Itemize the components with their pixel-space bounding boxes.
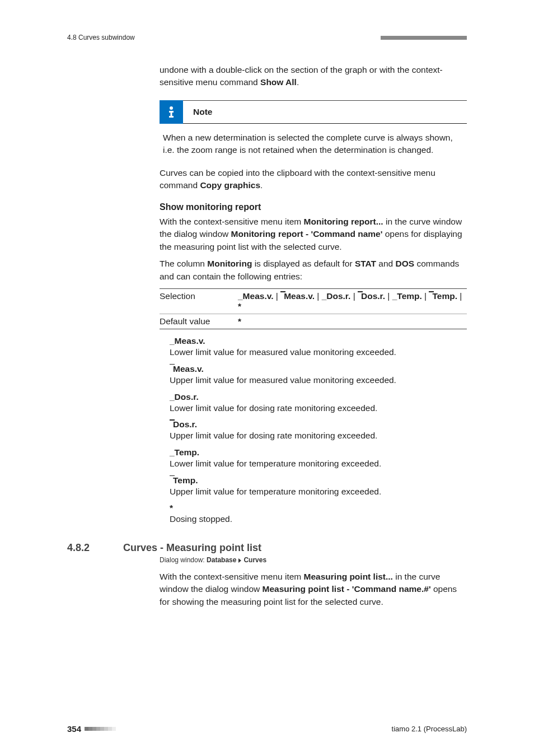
entry-description: Upper limit value for temperature monito…	[170, 486, 467, 498]
selection-option: _Dos.r.	[322, 291, 351, 301]
section-heading: Show monitoring report	[160, 202, 467, 212]
entry-description: Upper limit value for measured value mon…	[170, 374, 467, 386]
header-ornament	[381, 36, 467, 40]
note-title: Note	[193, 107, 212, 117]
paragraph: undone with a double-click on the sectio…	[160, 64, 467, 89]
entry-term: _Temp.	[170, 447, 467, 458]
list-item: Dos.r.Upper limit value for dosing rate …	[170, 419, 467, 442]
dialog-name: Monitoring report - 'Command name'	[231, 229, 383, 239]
command-name: Show All	[260, 77, 297, 87]
page-number: 354	[67, 724, 81, 734]
page-footer: 354 tiamo 2.1 (ProcessLab)	[67, 724, 467, 734]
heading-title: Curves - Measuring point list	[123, 542, 261, 554]
svg-rect-3	[169, 116, 174, 118]
table-value: *	[238, 314, 467, 329]
selection-option: _Temp.	[392, 291, 422, 301]
text: The column	[160, 259, 207, 268]
footer-right: tiamo 2.1 (ProcessLab)	[392, 725, 467, 733]
text: .	[297, 77, 299, 87]
entry-description: Lower limit value for dosing rate monito…	[170, 402, 467, 414]
selection-table: Selection _Meas.v. | Meas.v. | _Dos.r. |…	[160, 288, 467, 329]
paragraph: Curves can be copied into the clipboard …	[160, 167, 467, 192]
selection-option: _Meas.v.	[238, 291, 273, 301]
note-box: Note When a new determination is selecte…	[160, 100, 467, 157]
selection-option: Meas.v.	[280, 291, 315, 301]
command-name: STAT	[355, 259, 376, 268]
paragraph: The column Monitoring is displayed as de…	[160, 258, 467, 283]
path-part: Database	[207, 556, 236, 564]
table-key: Default value	[160, 314, 238, 329]
paragraph: With the context-sensitive menu item Mon…	[160, 216, 467, 253]
text: .	[260, 180, 263, 190]
list-item: _Meas.v.Lower limit value for measured v…	[170, 336, 467, 358]
list-item: _Temp.Lower limit value for temperature …	[170, 447, 467, 470]
footer-ornament	[85, 727, 116, 731]
note-body: When a new determination is selected the…	[160, 132, 467, 157]
page-header: 4.8 Curves subwindow	[67, 34, 467, 41]
table-row: Selection _Meas.v. | Meas.v. | _Dos.r. |…	[160, 289, 467, 314]
list-item: Meas.v.Upper limit value for measured va…	[170, 364, 467, 386]
entry-term: Dos.r.	[170, 419, 467, 430]
entry-description: Lower limit value for measured value mon…	[170, 346, 467, 358]
entry-term: *	[170, 503, 467, 513]
selection-option: Temp.	[429, 291, 457, 301]
text: With the context-sensitive menu item	[160, 217, 304, 226]
main-content: undone with a double-click on the sectio…	[160, 64, 467, 525]
header-left: 4.8 Curves subwindow	[67, 34, 135, 41]
dialog-name: Measuring point list - 'Command name.#'	[263, 584, 431, 594]
table-row: Default value *	[160, 314, 467, 329]
entry-term: Meas.v.	[170, 364, 467, 374]
selection-option: Dos.r.	[358, 291, 385, 301]
entries-list: _Meas.v.Lower limit value for measured v…	[160, 336, 467, 525]
svg-point-0	[170, 106, 173, 110]
subsection-heading: 4.8.2 Curves - Measuring point list	[67, 542, 467, 554]
dialog-path: Dialog window: DatabaseCurves	[160, 556, 467, 564]
table-value: _Meas.v. | Meas.v. | _Dos.r. | Dos.r. | …	[238, 289, 467, 314]
table-key: Selection	[160, 289, 238, 314]
entry-description: Lower limit value for temperature monito…	[170, 458, 467, 470]
menu-item-name: Monitoring report...	[304, 217, 383, 226]
entry-term: _Meas.v.	[170, 336, 467, 346]
default-value: *	[238, 316, 241, 326]
text: With the context-sensitive menu item	[160, 572, 304, 581]
selection-option: *	[238, 301, 241, 311]
entry-description: Upper limit value for dosing rate monito…	[170, 430, 467, 442]
command-name: DOS	[396, 259, 415, 268]
text: and	[376, 259, 395, 268]
list-item: *Dosing stopped.	[170, 503, 467, 525]
entry-term: Temp.	[170, 475, 467, 486]
paragraph: With the context-sensitive menu item Mea…	[160, 571, 467, 608]
entry-description: Dosing stopped.	[170, 513, 467, 525]
menu-item-name: Measuring point list...	[304, 572, 393, 581]
text: is displayed as default for	[252, 259, 355, 268]
text: undone with a double-click on the sectio…	[160, 65, 443, 87]
list-item: Temp.Upper limit value for temperature m…	[170, 475, 467, 498]
list-item: _Dos.r.Lower limit value for dosing rate…	[170, 392, 467, 414]
info-icon	[160, 100, 183, 124]
text: Dialog window:	[160, 556, 207, 564]
entry-term: _Dos.r.	[170, 392, 467, 402]
path-part: Curves	[243, 556, 266, 564]
column-name: Monitoring	[207, 259, 252, 268]
command-name: Copy graphics	[200, 180, 260, 190]
heading-number: 4.8.2	[67, 542, 123, 554]
chevron-right-icon	[238, 558, 241, 563]
